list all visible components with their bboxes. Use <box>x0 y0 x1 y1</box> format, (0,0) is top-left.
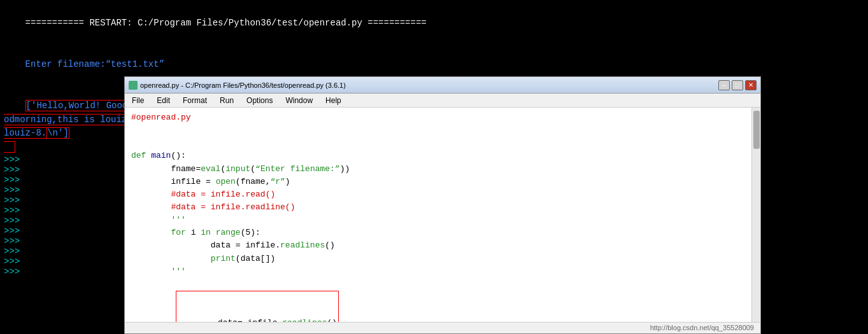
code-def-main: def main(): <box>131 150 745 162</box>
ide-content: #openread.py def main(): fname=eval(inpu… <box>125 108 760 322</box>
ide-title-text: openread.py - C:/Program Files/Python36/… <box>140 81 346 89</box>
ide-window-controls: – □ ✕ <box>718 80 757 90</box>
code-comment-read: #data = infile.read() <box>131 188 745 201</box>
ide-title: openread.py - C:/Program Files/Python36/… <box>129 81 346 90</box>
watermark-text: http://blog.csdn.net/qq_35528009 <box>650 324 754 331</box>
menu-file[interactable]: File <box>130 95 146 106</box>
code-fname: fname=eval(input(“Enter filename:”)) <box>131 163 745 176</box>
ide-window: openread.py - C:/Program Files/Python36/… <box>124 76 761 334</box>
code-data-readlines-inner: data = infile.readlines() <box>131 239 745 252</box>
code-triple-quote1: ''' <box>131 214 745 226</box>
ide-scrollbar[interactable] <box>751 108 760 322</box>
restart-line: =========== RESTART: C:/Program Files/Py… <box>4 3 864 44</box>
close-button[interactable]: ✕ <box>745 80 757 90</box>
menu-edit[interactable]: Edit <box>155 95 172 106</box>
restart-text: =========== RESTART: C:/Program Files/Py… <box>25 18 427 28</box>
minimize-button[interactable]: – <box>718 80 730 90</box>
ide-statusbar: http://blog.csdn.net/qq_35528009 <box>125 322 760 333</box>
ide-icon <box>129 81 138 90</box>
menu-run[interactable]: Run <box>218 95 236 106</box>
ide-menubar: File Edit Format Run Options Window Help <box>125 94 760 108</box>
maximize-button[interactable]: □ <box>732 80 743 90</box>
menu-window[interactable]: Window <box>283 95 315 106</box>
menu-help[interactable]: Help <box>324 95 343 106</box>
ide-titlebar: openread.py - C:/Program Files/Python36/… <box>125 77 760 94</box>
ide-editor[interactable]: #openread.py def main(): fname=eval(inpu… <box>125 108 751 322</box>
menu-format[interactable]: Format <box>181 95 209 106</box>
enter-filename-text: Enter filename:“test1.txt” <box>25 59 164 69</box>
code-for: for i in range(5): <box>131 226 745 239</box>
code-blank1 <box>131 124 745 137</box>
menu-options[interactable]: Options <box>245 95 274 106</box>
code-infile: infile = open(fname,“r”) <box>131 176 745 188</box>
code-blank2 <box>131 137 745 150</box>
code-highlighted-block: data= infile.readlines() print (data[3:8… <box>131 278 745 322</box>
code-print-data: print(data[]) <box>131 253 745 265</box>
code-comment-openread: #openread.py <box>131 111 745 124</box>
code-comment-readline: #data = infile.readline() <box>131 201 745 214</box>
ide-scrollbar-thumb[interactable] <box>753 111 760 149</box>
code-triple-quote2: ''' <box>131 265 745 278</box>
